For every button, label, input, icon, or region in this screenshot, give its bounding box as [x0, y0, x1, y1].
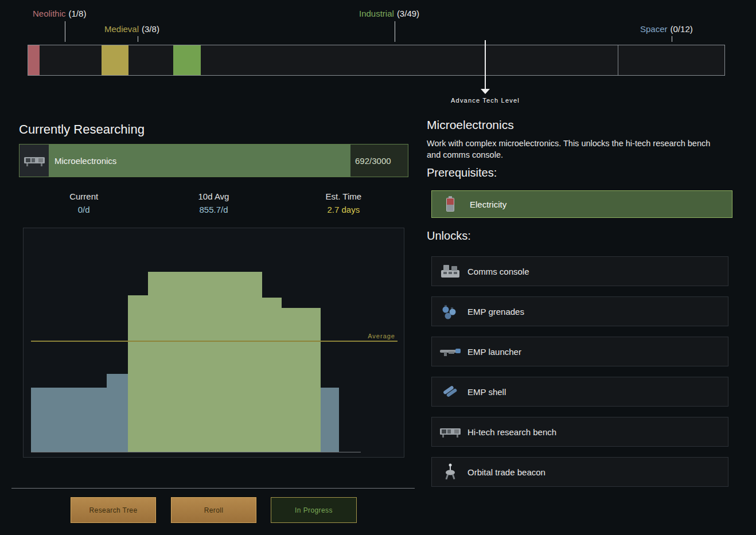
- chart-bar: [107, 374, 128, 452]
- era-tick-medieval: [138, 36, 138, 42]
- average-rule: [31, 341, 398, 342]
- research-stats-row: Current 0/d 10d Avg 855.7/d Est. Time 2.…: [19, 190, 408, 217]
- tech-level-progress-bar: [28, 45, 725, 76]
- advance-arrow-line: [485, 40, 486, 89]
- unlock-item-label: Comms console: [467, 267, 529, 276]
- stat-label: Est. Time: [279, 190, 408, 203]
- research-screen: Neolithic(1/8) Medieval(3/8) Industrial(…: [0, 0, 756, 535]
- emp-shell-icon: [438, 383, 463, 400]
- chart-axis-line: [31, 452, 361, 452]
- battery-icon: [438, 195, 463, 213]
- tech-segment-divider: [618, 45, 618, 75]
- prerequisite-label: Electricity: [470, 200, 506, 209]
- research-project-name: Microelectronics: [54, 156, 116, 166]
- unlock-item-label: Hi-tech research bench: [467, 427, 556, 437]
- era-label-medieval: Medieval(3/8): [104, 24, 159, 34]
- in-progress-button[interactable]: In Progress: [271, 497, 357, 523]
- research-progress-fill: Microelectronics: [49, 145, 350, 177]
- hi-tech-research-bench-icon: [20, 145, 49, 177]
- era-name: Medieval: [104, 24, 139, 34]
- chart-bar: [321, 388, 339, 452]
- research-history-chart: Average: [23, 228, 404, 458]
- unlock-item-label: Orbital trade beacon: [467, 467, 545, 477]
- era-count: (0/12): [671, 24, 693, 34]
- research-progress-row[interactable]: Microelectronics 692/3000: [19, 144, 408, 177]
- chart-bar: [31, 388, 107, 452]
- project-description: Work with complex microelectronics. This…: [427, 138, 712, 161]
- era-tick-industrial: [395, 21, 395, 42]
- era-count: (1/8): [69, 9, 87, 18]
- era-name: Industrial: [359, 9, 394, 18]
- tech-segment-industrial: [173, 45, 201, 75]
- average-line: Average: [31, 333, 398, 342]
- unlock-item-emp-launcher[interactable]: EMP launcher: [431, 337, 728, 366]
- unlock-item-label: EMP grenades: [467, 307, 524, 317]
- unlock-item-label: EMP launcher: [467, 347, 521, 357]
- unlock-item-hi-tech-research-bench[interactable]: Hi-tech research bench: [431, 417, 728, 447]
- stat-value: 0/d: [19, 203, 149, 217]
- era-label-industrial: Industrial(3/49): [359, 9, 419, 18]
- comms-console-icon: [438, 263, 463, 280]
- emp-grenades-icon: [438, 303, 463, 320]
- era-count: (3/8): [142, 24, 159, 34]
- tech-segment-neolithic: [28, 45, 40, 75]
- advance-tech-level-label: Advance Tech Level: [442, 97, 529, 104]
- emp-launcher-icon: [438, 345, 463, 358]
- tech-segment-medieval: [102, 45, 128, 75]
- era-name: Spacer: [640, 24, 668, 34]
- prerequisite-item-electricity[interactable]: Electricity: [431, 190, 732, 218]
- unlock-item-label: EMP shell: [467, 387, 506, 397]
- stat-10d-avg: 10d Avg 855.7/d: [149, 190, 278, 217]
- research-tree-button[interactable]: Research Tree: [71, 497, 156, 523]
- era-tick-spacer: [672, 36, 672, 42]
- chart-bar: [262, 298, 282, 452]
- advance-arrow-icon: [481, 89, 490, 94]
- reroll-button[interactable]: Reroll: [171, 497, 256, 523]
- era-label-spacer: Spacer(0/12): [640, 24, 693, 34]
- currently-researching-heading: Currently Researching: [19, 122, 145, 137]
- chart-bar: [128, 295, 148, 452]
- research-progress-value: 692/3000: [355, 156, 391, 166]
- unlock-item-orbital-trade-beacon[interactable]: Orbital trade beacon: [431, 457, 728, 487]
- era-label-neolithic: Neolithic(1/8): [33, 9, 86, 18]
- stat-value: 2.7 days: [279, 203, 408, 217]
- orbital-trade-beacon-icon: [438, 463, 463, 481]
- stat-label: 10d Avg: [149, 190, 278, 203]
- stat-current: Current 0/d: [19, 190, 149, 217]
- unlock-item-emp-grenades[interactable]: EMP grenades: [431, 296, 728, 326]
- stat-est-time: Est. Time 2.7 days: [279, 190, 408, 217]
- unlocks-heading: Unlocks:: [427, 229, 471, 243]
- stat-label: Current: [19, 190, 149, 203]
- chart-plot: Average: [31, 228, 398, 452]
- era-name: Neolithic: [33, 9, 66, 18]
- average-label: Average: [31, 333, 398, 339]
- prerequisites-heading: Prerequisites:: [427, 166, 497, 179]
- unlock-item-emp-shell[interactable]: EMP shell: [431, 377, 728, 407]
- chart-bar: [148, 272, 262, 452]
- stat-value: 855.7/d: [149, 203, 278, 217]
- research-progress-value-cell: 692/3000: [350, 145, 408, 177]
- era-count: (3/49): [397, 9, 419, 18]
- hi-tech-research-bench-icon: [438, 425, 463, 439]
- footer-separator: [11, 488, 415, 489]
- era-tick-neolithic: [65, 21, 65, 42]
- unlock-item-comms-console[interactable]: Comms console: [431, 256, 728, 286]
- project-title: Microelectronics: [427, 118, 514, 132]
- chart-bar: [282, 308, 321, 452]
